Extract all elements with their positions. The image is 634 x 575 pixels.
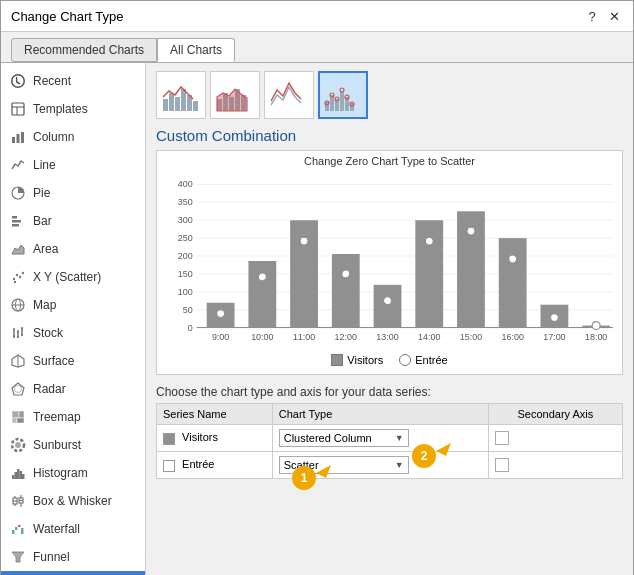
visitors-name-label: Visitors [182, 431, 218, 443]
svg-rect-40 [17, 469, 20, 479]
recent-icon [9, 72, 27, 90]
legend-visitors-label: Visitors [347, 354, 383, 366]
sidebar-label-treemap: Treemap [33, 410, 81, 424]
dialog-title: Change Chart Type [11, 9, 124, 24]
legend-entree: Entrée [399, 354, 447, 366]
svg-text:0: 0 [188, 323, 193, 333]
sidebar-label-waterfall: Waterfall [33, 522, 80, 536]
chart-icon-combo3[interactable] [264, 71, 314, 119]
entree-secondary-axis-checkbox[interactable] [495, 458, 509, 472]
treemap-icon [9, 408, 27, 426]
sidebar-label-column: Column [33, 130, 74, 144]
svg-rect-51 [12, 530, 15, 534]
bar-12 [332, 254, 360, 328]
visitors-secondary-axis-checkbox[interactable] [495, 431, 509, 445]
sidebar-item-box-whisker[interactable]: Box & Whisker [1, 487, 145, 515]
title-bar-buttons: ? ✕ [583, 7, 623, 25]
scatter-9 [217, 310, 225, 318]
dialog: Change Chart Type ? ✕ Recommended Charts… [0, 0, 634, 575]
svg-text:13:00: 13:00 [376, 332, 398, 342]
bar-16 [499, 238, 527, 327]
sidebar-item-recent[interactable]: Recent [1, 67, 145, 95]
xy-scatter-icon [9, 268, 27, 286]
legend-entree-label: Entrée [415, 354, 447, 366]
tab-recommended-charts[interactable]: Recommended Charts [11, 38, 157, 62]
sidebar-item-area[interactable]: Area [1, 235, 145, 263]
line-icon [9, 156, 27, 174]
sidebar-label-templates: Templates [33, 102, 88, 116]
radar-icon [9, 380, 27, 398]
sidebar-item-waterfall[interactable]: Waterfall [1, 515, 145, 543]
sidebar-label-stock: Stock [33, 326, 63, 340]
sidebar-label-pie: Pie [33, 186, 50, 200]
sidebar-item-surface[interactable]: Surface [1, 347, 145, 375]
visitors-color-box [163, 433, 175, 445]
svg-text:18:00: 18:00 [585, 332, 607, 342]
svg-text:9:00: 9:00 [212, 332, 229, 342]
visitors-chart-type-value: Clustered Column [284, 432, 372, 444]
scatter-17 [550, 314, 558, 322]
sidebar-label-funnel: Funnel [33, 550, 70, 564]
surface-icon [9, 352, 27, 370]
sidebar-item-column[interactable]: Column [1, 123, 145, 151]
svg-text:400: 400 [178, 179, 193, 189]
svg-rect-41 [20, 471, 23, 479]
svg-point-12 [16, 274, 18, 276]
sidebar-item-radar[interactable]: Radar [1, 375, 145, 403]
svg-text:12:00: 12:00 [335, 332, 357, 342]
svg-point-79 [340, 88, 344, 92]
sidebar-item-xy-scatter[interactable]: X Y (Scatter) [1, 263, 145, 291]
svg-text:250: 250 [178, 233, 193, 243]
svg-text:350: 350 [178, 197, 193, 207]
sidebar-item-sunburst[interactable]: Sunburst [1, 431, 145, 459]
svg-rect-53 [18, 525, 21, 527]
templates-icon [9, 100, 27, 118]
svg-rect-35 [17, 418, 24, 423]
entree-chart-type-dropdown[interactable]: Scatter ▼ [279, 456, 409, 474]
svg-rect-58 [163, 99, 168, 111]
table-row-visitors: Visitors Clustered Column ▼ [157, 425, 623, 452]
sidebar-item-map[interactable]: Map [1, 291, 145, 319]
svg-rect-34 [12, 418, 17, 423]
section-title: Custom Combination [156, 127, 623, 144]
sidebar-item-treemap[interactable]: Treemap [1, 403, 145, 431]
main-content: Custom Combination Change Zero Chart Typ… [146, 63, 633, 575]
bar-11 [290, 220, 318, 327]
scatter-14 [425, 237, 433, 245]
chart-icon-combo2[interactable] [210, 71, 260, 119]
sidebar-item-templates[interactable]: Templates [1, 95, 145, 123]
close-button[interactable]: ✕ [605, 7, 623, 25]
sidebar-item-pie[interactable]: Pie [1, 179, 145, 207]
box-whisker-icon [9, 492, 27, 510]
sidebar-label-area: Area [33, 242, 58, 256]
chart-icon-combo4[interactable] [318, 71, 368, 119]
sidebar-label-map: Map [33, 298, 56, 312]
tab-all-charts[interactable]: All Charts [157, 38, 235, 62]
sidebar-item-funnel[interactable]: Funnel [1, 543, 145, 571]
svg-text:300: 300 [178, 215, 193, 225]
svg-rect-4 [17, 134, 20, 143]
svg-text:15:00: 15:00 [460, 332, 482, 342]
column-icon [9, 128, 27, 146]
td-visitors-secondary-axis [488, 425, 622, 452]
sidebar-item-combo[interactable]: Combo [1, 571, 145, 575]
sidebar-label-bar: Bar [33, 214, 52, 228]
sidebar-item-histogram[interactable]: Histogram [1, 459, 145, 487]
title-bar: Change Chart Type ? ✕ [1, 1, 633, 32]
help-button[interactable]: ? [583, 7, 601, 25]
sidebar: Recent Templates Column [1, 63, 146, 575]
svg-rect-9 [12, 224, 19, 227]
svg-rect-8 [12, 220, 21, 223]
svg-text:150: 150 [178, 269, 193, 279]
sidebar-item-stock[interactable]: Stock [1, 319, 145, 347]
sidebar-item-bar[interactable]: Bar [1, 207, 145, 235]
sidebar-item-line[interactable]: Line [1, 151, 145, 179]
svg-text:17:00: 17:00 [543, 332, 565, 342]
visitors-chart-type-dropdown[interactable]: Clustered Column ▼ [279, 429, 409, 447]
pie-icon [9, 184, 27, 202]
svg-point-13 [19, 276, 21, 278]
series-section-label: Choose the chart type and axis for your … [156, 385, 623, 399]
chart-type-icons-row [156, 71, 623, 119]
visitors-dropdown-arrow: ▼ [395, 433, 404, 443]
chart-icon-combo1[interactable] [156, 71, 206, 119]
